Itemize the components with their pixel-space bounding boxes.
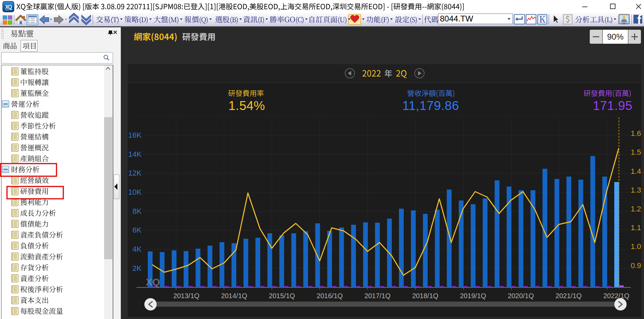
- svg-text:1.4: 1.4: [631, 167, 641, 176]
- svg-text:2015/1Q: 2015/1Q: [269, 292, 295, 300]
- svg-text:4K: 4K: [132, 245, 142, 253]
- svg-text:1.6: 1.6: [631, 129, 641, 138]
- svg-text:14K: 14K: [128, 150, 142, 158]
- svg-text:11,179.86: 11,179.86: [402, 99, 459, 113]
- svg-text:8K: 8K: [132, 207, 142, 216]
- svg-text:XQ: XQ: [146, 277, 160, 288]
- svg-text:2019/1Q: 2019/1Q: [460, 292, 486, 300]
- svg-text:2022/1Q: 2022/1Q: [603, 292, 630, 300]
- svg-text:1.0: 1.0: [631, 242, 641, 251]
- svg-text:16K: 16K: [128, 131, 142, 139]
- svg-text:1.5: 1.5: [631, 148, 641, 156]
- svg-text:2016/1Q: 2016/1Q: [317, 292, 343, 300]
- svg-text:171.95: 171.95: [593, 99, 632, 113]
- svg-text:2020/1Q: 2020/1Q: [508, 292, 534, 300]
- svg-text:6K: 6K: [132, 226, 142, 234]
- svg-text:1.3: 1.3: [631, 186, 641, 194]
- svg-text:2013/1Q: 2013/1Q: [173, 292, 200, 300]
- svg-text:2014/1Q: 2014/1Q: [221, 292, 247, 300]
- svg-text:1.1: 1.1: [631, 223, 641, 232]
- svg-text:1.2: 1.2: [631, 205, 641, 213]
- svg-text:2K: 2K: [132, 264, 142, 273]
- svg-text:0.9: 0.9: [631, 261, 641, 270]
- svg-text:1.54%: 1.54%: [228, 99, 265, 113]
- svg-text:8044.TW: 8044.TW: [440, 14, 473, 23]
- svg-text:2017/1Q: 2017/1Q: [364, 292, 391, 300]
- svg-text:12K: 12K: [128, 169, 142, 177]
- svg-text:90%: 90%: [607, 32, 624, 41]
- svg-text:10K: 10K: [128, 188, 142, 196]
- svg-text:2018/1Q: 2018/1Q: [412, 292, 439, 300]
- svg-text:2021/1Q: 2021/1Q: [556, 292, 582, 300]
